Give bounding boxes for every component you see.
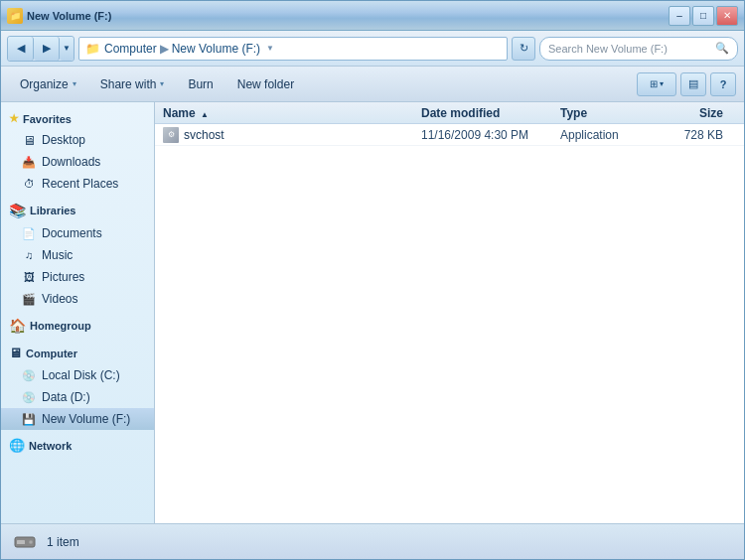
file-size-cell: 728 KB	[652, 128, 731, 142]
preview-pane-button[interactable]: ▤	[680, 72, 706, 96]
view-grid-icon: ⊞	[650, 78, 658, 89]
homegroup-label: Homegroup	[30, 320, 91, 332]
column-header-name[interactable]: Name ▲	[155, 106, 413, 120]
organize-dropdown-arrow: ▾	[73, 79, 76, 88]
network-icon: 🌐	[9, 438, 25, 453]
network-section: 🌐 Network	[1, 434, 154, 457]
col-type-label: Type	[560, 106, 587, 120]
breadcrumb-volume[interactable]: New Volume (F:)	[172, 42, 260, 56]
homegroup-icon: 🏠	[9, 318, 26, 334]
sidebar-item-local-disk-c[interactable]: 💿 Local Disk (C:)	[1, 364, 154, 386]
col-name-label: Name	[163, 106, 196, 120]
pictures-icon: 🖼	[21, 269, 37, 285]
data-d-label: Data (D:)	[42, 390, 90, 404]
sidebar-item-data-d[interactable]: 💿 Data (D:)	[1, 386, 154, 408]
local-disk-c-label: Local Disk (C:)	[42, 368, 120, 382]
videos-label: Videos	[42, 292, 77, 306]
network-header[interactable]: 🌐 Network	[1, 434, 154, 457]
music-icon: ♫	[21, 247, 37, 263]
new-volume-f-icon: 💾	[21, 411, 37, 427]
sidebar-item-recent-places[interactable]: ⏱ Recent Places	[1, 173, 154, 195]
recent-places-label: Recent Places	[42, 177, 118, 191]
maximize-button[interactable]: □	[692, 6, 714, 26]
svg-rect-1	[17, 540, 25, 544]
pictures-label: Pictures	[42, 270, 84, 284]
view-dropdown-icon: ▾	[660, 79, 664, 88]
search-placeholder-text: Search New Volume (F:)	[548, 43, 668, 55]
item-count-label: 1 item	[47, 535, 79, 549]
app-icon: 📁	[7, 8, 23, 24]
favorites-label: Favorites	[23, 113, 72, 125]
file-date-cell: 11/16/2009 4:30 PM	[413, 128, 552, 142]
title-bar-label: New Volume (F:)	[27, 10, 111, 22]
address-bar: ◀ ▶ ▼ 📁 Computer ▶ New Volume (F:) ▼ ↻ S…	[1, 31, 744, 67]
computer-header[interactable]: 🖥 Computer	[1, 342, 154, 364]
file-area: Name ▲ Date modified Type Size ⚙	[155, 102, 744, 523]
new-folder-button[interactable]: New folder	[226, 71, 305, 97]
sidebar: ★ Favorites 🖥 Desktop 📥 Downloads ⏱ Rece…	[1, 102, 155, 523]
refresh-button[interactable]: ↻	[512, 37, 535, 61]
organize-label: Organize	[20, 77, 69, 91]
downloads-label: Downloads	[42, 155, 100, 169]
sort-indicator: ▲	[201, 110, 209, 119]
new-folder-label: New folder	[237, 77, 294, 91]
new-volume-f-label: New Volume (F:)	[42, 412, 130, 426]
column-header-date[interactable]: Date modified	[413, 106, 552, 120]
search-icon: 🔍	[715, 42, 729, 55]
view-options-button[interactable]: ⊞ ▾	[637, 72, 676, 96]
breadcrumb-computer[interactable]: Computer	[104, 42, 157, 56]
share-with-button[interactable]: Share with ▾	[89, 71, 176, 97]
desktop-label: Desktop	[42, 133, 85, 147]
file-type-value: Application	[560, 128, 619, 142]
folder-icon-address: 📁	[85, 42, 100, 56]
help-button[interactable]: ?	[710, 72, 736, 96]
file-type-cell: Application	[552, 128, 652, 142]
preview-icon: ▤	[688, 77, 698, 90]
table-row[interactable]: ⚙ svchost 11/16/2009 4:30 PM Application…	[155, 124, 744, 146]
downloads-icon: 📥	[21, 154, 37, 170]
file-date-value: 11/16/2009 4:30 PM	[421, 128, 528, 142]
sidebar-item-downloads[interactable]: 📥 Downloads	[1, 151, 154, 173]
col-date-label: Date modified	[421, 106, 500, 120]
col-size-label: Size	[699, 106, 723, 120]
favorites-header[interactable]: ★ Favorites	[1, 108, 154, 129]
share-with-label: Share with	[100, 77, 157, 91]
column-header-size[interactable]: Size	[652, 106, 731, 120]
title-bar: 📁 New Volume (F:) – □ ✕	[1, 1, 744, 31]
music-label: Music	[42, 248, 73, 262]
column-header-row: Name ▲ Date modified Type Size	[155, 102, 744, 124]
minimize-button[interactable]: –	[669, 6, 690, 26]
file-name-cell: ⚙ svchost	[155, 127, 413, 143]
explorer-window: 📁 New Volume (F:) – □ ✕ ◀ ▶ ▼ 📁 Computer…	[0, 0, 745, 560]
status-drive-icon	[13, 530, 37, 554]
search-box[interactable]: Search New Volume (F:) 🔍	[539, 37, 738, 61]
burn-button[interactable]: Burn	[177, 71, 224, 97]
sidebar-item-desktop[interactable]: 🖥 Desktop	[1, 129, 154, 151]
sidebar-item-documents[interactable]: 📄 Documents	[1, 222, 154, 244]
organize-button[interactable]: Organize ▾	[9, 71, 87, 97]
sidebar-item-new-volume-f[interactable]: 💾 New Volume (F:)	[1, 408, 154, 430]
help-icon: ?	[720, 78, 727, 90]
toolbar-right: ⊞ ▾ ▤ ?	[637, 72, 736, 96]
documents-icon: 📄	[21, 225, 37, 241]
address-path[interactable]: 📁 Computer ▶ New Volume (F:) ▼	[78, 37, 508, 61]
homegroup-header[interactable]: 🏠 Homegroup	[1, 314, 154, 338]
forward-button[interactable]: ▶	[34, 37, 60, 61]
sidebar-item-videos[interactable]: 🎬 Videos	[1, 288, 154, 310]
homegroup-section: 🏠 Homegroup	[1, 314, 154, 338]
libraries-header[interactable]: 📚 Libraries	[1, 199, 154, 222]
back-button[interactable]: ◀	[8, 37, 34, 61]
libraries-icon: 📚	[9, 203, 26, 218]
star-icon: ★	[9, 112, 19, 125]
close-button[interactable]: ✕	[716, 6, 738, 26]
sidebar-item-music[interactable]: ♫ Music	[1, 244, 154, 266]
sidebar-item-pictures[interactable]: 🖼 Pictures	[1, 266, 154, 288]
favorites-section: ★ Favorites 🖥 Desktop 📥 Downloads ⏱ Rece…	[1, 108, 154, 195]
nav-dropdown-button[interactable]: ▼	[60, 37, 74, 61]
main-area: ★ Favorites 🖥 Desktop 📥 Downloads ⏱ Rece…	[1, 102, 744, 523]
nav-button-group: ◀ ▶ ▼	[7, 36, 74, 62]
videos-icon: 🎬	[21, 291, 37, 307]
column-header-type[interactable]: Type	[552, 106, 652, 120]
computer-section: 🖥 Computer 💿 Local Disk (C:) 💿 Data (D:)…	[1, 342, 154, 430]
libraries-section: 📚 Libraries 📄 Documents ♫ Music 🖼 Pictur…	[1, 199, 154, 310]
